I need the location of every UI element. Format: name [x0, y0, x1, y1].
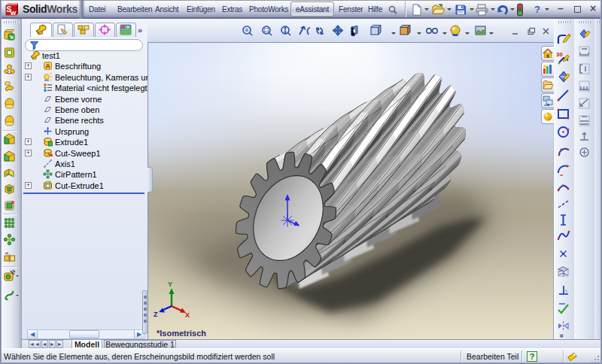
svg-text:X: X — [185, 311, 190, 319]
svg-text:Z: Z — [154, 311, 158, 318]
svg-text:30: 30 — [556, 51, 563, 58]
svg-text:Y: Y — [168, 281, 172, 288]
